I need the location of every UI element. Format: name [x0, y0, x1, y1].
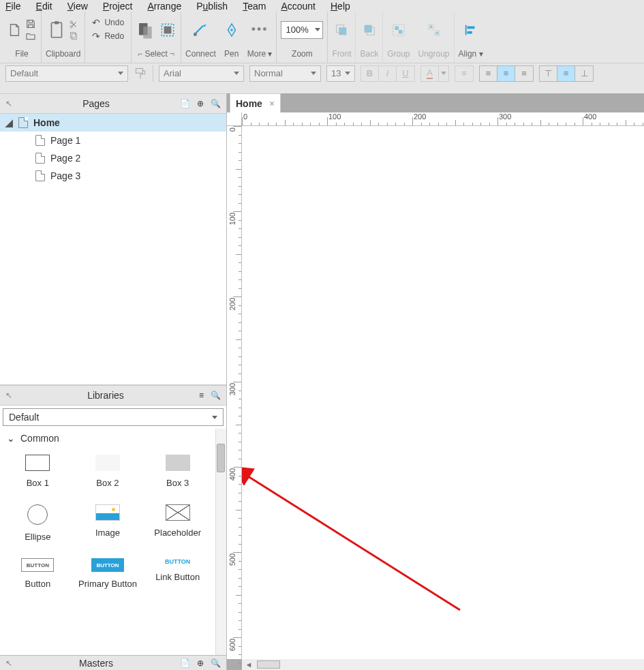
align-left-button[interactable]: ≡	[480, 66, 497, 81]
menu-file[interactable]: File	[5, 1, 21, 12]
add-folder-icon[interactable]: ⊕	[197, 99, 204, 108]
align-icon[interactable]	[463, 22, 478, 37]
library-select[interactable]: Default	[3, 408, 224, 426]
paste-icon[interactable]	[48, 20, 65, 40]
redo-button[interactable]: ↷Redo	[92, 31, 124, 42]
menu-publish[interactable]: Publish	[196, 1, 228, 12]
menu-team[interactable]: Team	[243, 1, 266, 12]
scroll-thumb[interactable]	[257, 660, 280, 669]
widget-box2[interactable]: Box 2	[73, 455, 143, 488]
connect-icon[interactable]	[191, 21, 209, 39]
ruler-vertical[interactable]: 0100200300400500600	[227, 126, 242, 659]
search-icon[interactable]: 🔍	[211, 658, 221, 668]
svg-rect-9	[164, 26, 172, 33]
new-file-icon[interactable]	[7, 22, 22, 37]
collapse-icon[interactable]: ↖	[5, 99, 12, 108]
canvas-area: Home × 0100200300400 0100200300400500600…	[227, 93, 644, 670]
ruler-corner	[227, 112, 242, 126]
widget-button[interactable]: BUTTONButton	[3, 558, 73, 589]
text-color-button[interactable]: A	[421, 66, 439, 81]
align-label[interactable]: Align ▾	[459, 49, 483, 59]
front-label: Front	[332, 49, 351, 59]
scroll-left-icon[interactable]: ◄	[242, 660, 256, 669]
svg-rect-4	[70, 32, 75, 37]
open-icon[interactable]	[25, 31, 37, 42]
collapse-icon[interactable]: ↖	[5, 391, 12, 400]
widget-primary-button[interactable]: BUTTONPrimary Button	[73, 558, 143, 589]
page-icon	[35, 170, 45, 181]
text-color-drop[interactable]	[439, 66, 448, 81]
library-category[interactable]: ⌄Common	[0, 429, 226, 448]
page-label: Page 3	[50, 170, 80, 181]
align-center-button[interactable]: ≡	[497, 66, 515, 81]
widget-placeholder[interactable]: Placeholder	[142, 504, 213, 542]
halign-group: ≡ ≡ ≡	[479, 65, 534, 82]
add-page-icon[interactable]: 📄	[180, 99, 190, 108]
page-row-1[interactable]: Page 1	[0, 132, 226, 149]
menu-arrange[interactable]: Arrange	[147, 1, 181, 12]
widget-image[interactable]: Image	[73, 504, 143, 542]
size-combo[interactable]: 13	[326, 65, 355, 82]
scrollbar-thumb[interactable]	[217, 444, 225, 472]
bold-button[interactable]: B	[361, 66, 379, 81]
page-row-home[interactable]: ◢ Home	[0, 114, 226, 132]
valign-mid-button[interactable]: ≡	[557, 66, 575, 81]
widget-box1[interactable]: Box 1	[3, 455, 73, 488]
menu-help[interactable]: Help	[331, 1, 350, 12]
widget-ellipse[interactable]: Ellipse	[3, 504, 73, 542]
menu-icon[interactable]: ≡	[199, 391, 204, 400]
italic-button[interactable]: I	[379, 66, 397, 81]
add-folder-icon[interactable]: ⊕	[197, 658, 204, 668]
masters-panel-header: ↖ Masters 📄 ⊕ 🔍	[0, 655, 226, 670]
page-tab-home[interactable]: Home ×	[230, 93, 281, 112]
more-label[interactable]: More ▾	[247, 49, 273, 59]
select-region-icon[interactable]	[159, 21, 177, 39]
menu-account[interactable]: Account	[281, 1, 316, 12]
close-icon[interactable]: ×	[269, 98, 275, 109]
more-icon[interactable]: •••	[251, 22, 269, 37]
widget-link-button[interactable]: BUTTONLink Button	[142, 558, 213, 589]
svg-rect-25	[467, 31, 472, 33]
align-group: Align ▾	[455, 12, 487, 63]
select-icon[interactable]	[136, 20, 156, 40]
font-combo[interactable]: Arial	[159, 65, 244, 82]
zoom-label: Zoom	[292, 49, 313, 59]
menu-edit[interactable]: Edit	[36, 1, 52, 12]
search-icon[interactable]: 🔍	[211, 391, 221, 400]
tree-collapse-icon[interactable]: ◢	[5, 117, 13, 128]
line-spacing-button[interactable]: ≡	[455, 66, 473, 81]
search-icon[interactable]: 🔍	[211, 99, 221, 108]
underline-button[interactable]: U	[397, 66, 414, 81]
group-icon[interactable]	[391, 22, 406, 37]
save-icon[interactable]	[25, 18, 37, 29]
cut-icon[interactable]	[68, 20, 79, 29]
style-combo[interactable]: Default	[5, 65, 128, 82]
pen-icon[interactable]	[224, 21, 239, 39]
valign-bot-button[interactable]: ⊥	[575, 66, 593, 81]
ungroup-group: Ungroup	[414, 12, 455, 63]
page-icon	[35, 135, 45, 146]
valign-top-button[interactable]: ⊤	[540, 66, 557, 81]
front-icon[interactable]	[334, 22, 349, 37]
zoom-combo[interactable]: 100%	[281, 21, 323, 39]
widget-box3[interactable]: Box 3	[142, 455, 213, 488]
page-icon	[18, 117, 28, 128]
svg-rect-7	[143, 27, 152, 39]
weight-combo[interactable]: Normal	[249, 65, 321, 82]
page-row-2[interactable]: Page 2	[0, 149, 226, 167]
undo-button[interactable]: ↶Undo	[92, 17, 124, 28]
copy-icon[interactable]	[68, 31, 79, 40]
ungroup-icon[interactable]	[427, 22, 442, 37]
collapse-icon[interactable]: ↖	[5, 658, 12, 668]
back-icon[interactable]	[362, 22, 377, 37]
ruler-horizontal[interactable]: 0100200300400	[242, 112, 644, 126]
page-row-3[interactable]: Page 3	[0, 167, 226, 185]
group-group: Group	[383, 12, 414, 63]
menu-view[interactable]: View	[67, 1, 88, 12]
menu-project[interactable]: Project	[103, 1, 133, 12]
h-scrollbar[interactable]: ◄	[242, 659, 644, 670]
paint-format-icon[interactable]	[134, 67, 147, 80]
add-master-icon[interactable]: 📄	[180, 658, 190, 668]
align-right-button[interactable]: ≡	[515, 66, 533, 81]
canvas[interactable]	[242, 126, 644, 659]
